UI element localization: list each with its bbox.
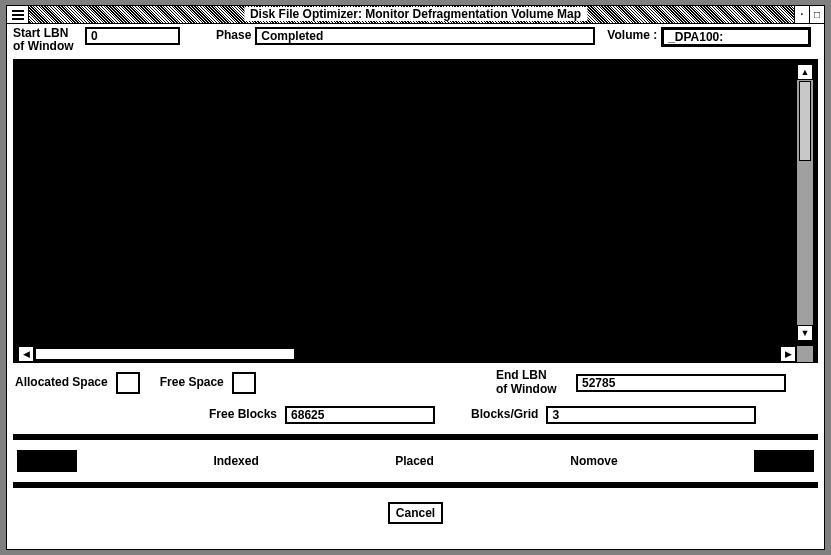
legend-row-1: Allocated Space Free Space End LBN of Wi…: [15, 369, 816, 395]
scroll-down-button[interactable]: ▼: [797, 325, 813, 341]
end-lbn-field: 52785: [576, 374, 786, 392]
divider-1: [13, 434, 818, 440]
cancel-button[interactable]: Cancel: [388, 502, 443, 524]
end-lbn-label: End LBN of Window: [496, 369, 568, 395]
vertical-scroll-thumb[interactable]: [799, 81, 811, 161]
volume-field[interactable]: _DPA100:: [661, 27, 811, 47]
start-lbn-field[interactable]: 0: [85, 27, 180, 45]
placed-label: Placed: [395, 454, 434, 468]
phase-label: Phase: [216, 27, 251, 42]
scroll-corner: [796, 346, 813, 362]
nomove-label: Nomove: [570, 454, 617, 468]
window-title: Disk File Optimizer: Monitor Defragmenta…: [244, 7, 587, 21]
allocated-space-swatch: [116, 372, 140, 394]
main-window: Disk File Optimizer: Monitor Defragmenta…: [6, 5, 825, 550]
volume-map-canvas[interactable]: [18, 64, 796, 341]
free-space-label: Free Space: [160, 376, 224, 389]
header-row: Start LBN of Window 0 Phase Completed Vo…: [7, 24, 824, 59]
menu-icon: [12, 14, 24, 16]
free-space-swatch: [232, 372, 256, 394]
scroll-right-button[interactable]: ▶: [780, 346, 796, 362]
legend-area: Allocated Space Free Space End LBN of Wi…: [7, 363, 824, 423]
volume-label: Volume :: [607, 27, 657, 42]
horizontal-scroll-row: ◀ ▶: [13, 346, 818, 363]
legend-row-2: Free Blocks 68625 Blocks/Grid 3: [15, 406, 816, 424]
horizontal-scroll-thumb[interactable]: [35, 348, 295, 360]
free-blocks-label: Free Blocks: [209, 408, 277, 421]
indexed-label: Indexed: [213, 454, 258, 468]
scroll-up-button[interactable]: ▲: [797, 64, 813, 80]
titlebar: Disk File Optimizer: Monitor Defragmenta…: [7, 6, 824, 24]
start-lbn-label: Start LBN of Window: [13, 27, 81, 53]
blocks-grid-label: Blocks/Grid: [471, 408, 538, 421]
horizontal-scrollbar[interactable]: ◀ ▶: [18, 346, 796, 362]
button-row: Cancel: [7, 492, 824, 534]
blocks-grid-field: 3: [546, 406, 756, 424]
maximize-button[interactable]: □: [809, 6, 824, 23]
status-swatch-left: [17, 450, 77, 472]
window-menu-button[interactable]: [7, 6, 29, 23]
status-swatch-right: [754, 450, 814, 472]
vertical-scrollbar[interactable]: ▲ ▼: [796, 64, 813, 341]
phase-field: Completed: [255, 27, 595, 45]
allocated-space-label: Allocated Space: [15, 376, 108, 389]
volume-map-area: ▲ ▼: [13, 59, 818, 346]
status-row: Indexed Placed Nomove: [7, 444, 824, 478]
scroll-left-button[interactable]: ◀: [18, 346, 34, 362]
divider-2: [13, 482, 818, 488]
titlebar-controls: · □: [794, 6, 824, 23]
free-blocks-field: 68625: [285, 406, 435, 424]
minimize-button[interactable]: ·: [794, 6, 809, 23]
